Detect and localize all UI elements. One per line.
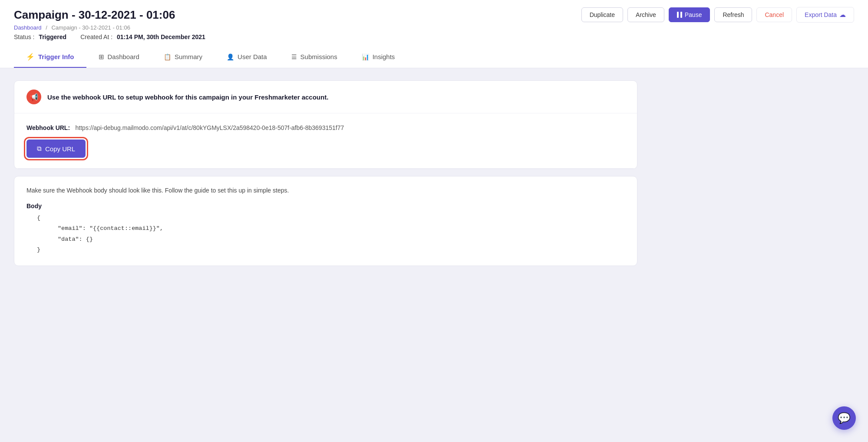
- notice-text: Use the webhook URL to setup webhook for…: [47, 93, 328, 101]
- status-value: Triggered: [39, 33, 66, 40]
- chat-icon: 💬: [838, 412, 851, 424]
- user-icon: 👤: [227, 53, 234, 60]
- archive-button[interactable]: Archive: [627, 7, 664, 22]
- status-field: Status : Triggered: [14, 33, 66, 40]
- status-label: Status :: [14, 33, 34, 40]
- code-line-3: "data": {}: [30, 234, 625, 245]
- grid-icon: ⊞: [99, 53, 104, 61]
- code-block: { "email": "{{contact::email}}", "data":…: [30, 213, 625, 255]
- body-description: Make sure the Webhook body should look l…: [26, 187, 625, 194]
- webhook-url-label: Webhook URL:: [26, 124, 70, 131]
- code-line-4: }: [30, 245, 625, 255]
- status-row: Status : Triggered Created At : 01:14 PM…: [14, 33, 854, 40]
- copy-icon: ⧉: [37, 145, 42, 153]
- chat-button[interactable]: 💬: [832, 406, 856, 430]
- page-title: Campaign - 30-12-2021 - 01:06: [14, 8, 175, 22]
- main-content: 📢 Use the webhook URL to setup webhook f…: [0, 68, 651, 285]
- created-at-label: Created At :: [80, 33, 112, 40]
- pause-button[interactable]: Pause: [669, 7, 710, 22]
- summary-icon: 📋: [164, 53, 171, 60]
- body-label: Body: [26, 203, 625, 209]
- created-at-field: Created At : 01:14 PM, 30th December 202…: [80, 33, 205, 40]
- pause-icon: [677, 12, 682, 18]
- cancel-button[interactable]: Cancel: [756, 7, 792, 22]
- body-section: Make sure the Webhook body should look l…: [14, 176, 637, 266]
- webhook-url-section: Webhook URL: https://api-debug.mailmodo.…: [14, 113, 637, 169]
- code-line-2: "email": "{{contact::email}}",: [30, 223, 625, 234]
- copy-url-button[interactable]: ⧉ Copy URL: [26, 140, 86, 158]
- tabs-bar: ⚡ Trigger Info ⊞ Dashboard 📋 Summary 👤 U…: [14, 47, 854, 68]
- tab-dashboard[interactable]: ⊞ Dashboard: [86, 47, 152, 68]
- webhook-url-row: Webhook URL: https://api-debug.mailmodo.…: [26, 124, 625, 132]
- breadcrumb: Dashboard / Campaign - 30-12-2021 - 01:0…: [14, 24, 854, 31]
- megaphone-icon: 📢: [26, 90, 41, 104]
- tab-user-data[interactable]: 👤 User Data: [215, 47, 279, 68]
- header-actions: Duplicate Archive Pause Refresh Cancel E…: [581, 7, 854, 23]
- body-card: Make sure the Webhook body should look l…: [14, 176, 637, 266]
- created-at-value: 01:14 PM, 30th December 2021: [117, 33, 205, 40]
- tab-submissions[interactable]: ☰ Submissions: [279, 47, 350, 68]
- page-header: Campaign - 30-12-2021 - 01:06 Duplicate …: [0, 0, 868, 68]
- lightning-icon: ⚡: [26, 53, 35, 61]
- breadcrumb-separator: /: [46, 24, 47, 31]
- chart-icon: 📊: [362, 53, 369, 60]
- breadcrumb-home[interactable]: Dashboard: [14, 24, 42, 31]
- refresh-button[interactable]: Refresh: [714, 7, 752, 22]
- list-icon: ☰: [291, 53, 297, 60]
- tab-trigger-info[interactable]: ⚡ Trigger Info: [14, 47, 86, 68]
- tab-insights[interactable]: 📊 Insights: [350, 47, 407, 68]
- code-line-1: {: [30, 213, 625, 223]
- webhook-url-value: https://api-debug.mailmodo.com/api/v1/at…: [76, 124, 344, 131]
- tab-summary[interactable]: 📋 Summary: [152, 47, 215, 68]
- webhook-card: 📢 Use the webhook URL to setup webhook f…: [14, 80, 637, 169]
- webhook-notice: 📢 Use the webhook URL to setup webhook f…: [14, 81, 637, 113]
- upload-icon: ☁: [839, 11, 846, 19]
- duplicate-button[interactable]: Duplicate: [581, 7, 623, 22]
- export-data-button[interactable]: Export Data ☁: [796, 7, 854, 23]
- breadcrumb-current: Campaign - 30-12-2021 - 01:06: [51, 24, 130, 31]
